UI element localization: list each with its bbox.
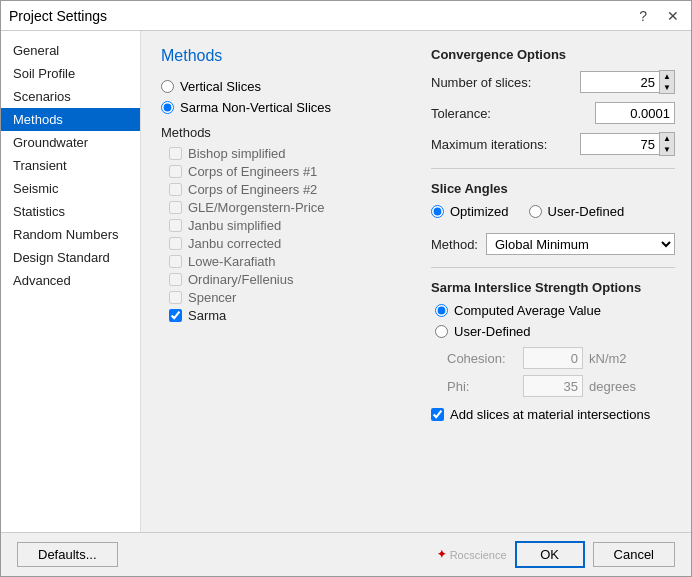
project-settings-dialog: Project Settings ? ✕ General Soil Profil… [0,0,692,577]
watermark-logo: ✦ [437,548,446,561]
iterations-down-btn[interactable]: ▼ [660,144,674,155]
bishop-simplified-checkbox[interactable] [169,147,182,160]
sidebar-item-soil-profile[interactable]: Soil Profile [1,62,140,85]
optimized-label[interactable]: Optimized [431,204,509,219]
vertical-slices-label[interactable]: Vertical Slices [161,79,431,94]
bishop-simplified-label[interactable]: Bishop simplified [169,146,431,161]
gle-label[interactable]: GLE/Morgenstern-Price [169,200,431,215]
lowe-karafiath-label[interactable]: Lowe-Karafiath [169,254,431,269]
slice-angles-radio-row: Optimized User-Defined [431,204,675,225]
ordinary-fellenius-label[interactable]: Ordinary/Fellenius [169,272,431,287]
sidebar-item-statistics[interactable]: Statistics [1,200,140,223]
janbu-simplified-label[interactable]: Janbu simplified [169,218,431,233]
cancel-button[interactable]: Cancel [593,542,675,567]
corps-engineers-2-checkbox[interactable] [169,183,182,196]
lowe-karafiath-text: Lowe-Karafiath [188,254,275,269]
janbu-corrected-text: Janbu corrected [188,236,281,251]
watermark-text: Rocscience [450,549,507,561]
watermark: ✦ Rocscience [437,548,507,561]
spencer-checkbox[interactable] [169,291,182,304]
slices-row: Number of slices: ▲ ▼ [431,70,675,94]
method-label: Method: [431,237,478,252]
janbu-simplified-checkbox[interactable] [169,219,182,232]
gle-text: GLE/Morgenstern-Price [188,200,325,215]
defaults-button[interactable]: Defaults... [17,542,118,567]
sidebar-item-groundwater[interactable]: Groundwater [1,131,140,154]
tolerance-input[interactable] [595,102,675,124]
sarma-user-defined-label[interactable]: User-Defined [435,324,675,339]
sidebar-item-advanced[interactable]: Advanced [1,269,140,292]
optimized-radio[interactable] [431,205,444,218]
corps-engineers-2-text: Corps of Engineers #2 [188,182,317,197]
iterations-label: Maximum iterations: [431,137,580,152]
sidebar-item-methods[interactable]: Methods [1,108,140,131]
sarma-user-defined-text: User-Defined [454,324,531,339]
tolerance-row: Tolerance: [431,102,675,124]
user-defined-angle-label[interactable]: User-Defined [529,204,625,219]
janbu-simplified-text: Janbu simplified [188,218,281,233]
right-panel: Convergence Options Number of slices: ▲ … [431,31,691,532]
sarma-section: Sarma Interslice Strength Options Comput… [431,280,675,397]
corps-engineers-1-checkbox[interactable] [169,165,182,178]
slice-angles-header: Slice Angles [431,181,675,196]
iterations-input[interactable] [580,133,660,155]
method-select[interactable]: Global Minimum Local Minimum [486,233,675,255]
ok-button[interactable]: OK [515,541,585,568]
sidebar-item-transient[interactable]: Transient [1,154,140,177]
sidebar-item-random-numbers[interactable]: Random Numbers [1,223,140,246]
corps-engineers-1-text: Corps of Engineers #1 [188,164,317,179]
sarma-label[interactable]: Sarma [169,308,431,323]
title-bar-controls: ? ✕ [635,9,683,23]
ordinary-fellenius-text: Ordinary/Fellenius [188,272,294,287]
iterations-row: Maximum iterations: ▲ ▼ [431,132,675,156]
phi-unit: degrees [589,379,636,394]
sarma-user-defined-radio[interactable] [435,325,448,338]
slices-down-btn[interactable]: ▼ [660,82,674,93]
close-button[interactable]: ✕ [663,9,683,23]
phi-row: Phi: degrees [447,375,675,397]
content-title: Methods [161,47,431,65]
iterations-up-btn[interactable]: ▲ [660,133,674,144]
sidebar-item-seismic[interactable]: Seismic [1,177,140,200]
lowe-karafiath-checkbox[interactable] [169,255,182,268]
gle-checkbox[interactable] [169,201,182,214]
slices-up-btn[interactable]: ▲ [660,71,674,82]
user-defined-angle-text: User-Defined [548,204,625,219]
sarma-radio-group: Computed Average Value User-Defined [435,303,675,339]
sarma-checkbox[interactable] [169,309,182,322]
cohesion-input[interactable] [523,347,583,369]
sidebar-item-scenarios[interactable]: Scenarios [1,85,140,108]
main-columns: Methods Vertical Slices Sarma Non-Vertic… [141,31,691,532]
help-button[interactable]: ? [635,9,651,23]
vertical-slices-radio[interactable] [161,80,174,93]
iterations-spinner-btns: ▲ ▼ [659,132,675,156]
sarma-slices-radio[interactable] [161,101,174,114]
sidebar-item-design-standard[interactable]: Design Standard [1,246,140,269]
methods-label: Methods [161,125,431,140]
add-slices-checkbox[interactable] [431,408,444,421]
slices-input[interactable] [580,71,660,93]
computed-avg-radio[interactable] [435,304,448,317]
spencer-label[interactable]: Spencer [169,290,431,305]
methods-section: Methods Bishop simplified Corps of Engin… [161,125,431,323]
janbu-corrected-label[interactable]: Janbu corrected [169,236,431,251]
janbu-corrected-checkbox[interactable] [169,237,182,250]
slice-angles-section: Slice Angles Optimized User-Defined Meth… [431,181,675,255]
radio-group-slice-type: Vertical Slices Sarma Non-Vertical Slice… [161,79,431,115]
checkbox-group: Bishop simplified Corps of Engineers #1 … [169,146,431,323]
corps-engineers-1-label[interactable]: Corps of Engineers #1 [169,164,431,179]
computed-avg-label[interactable]: Computed Average Value [435,303,675,318]
iterations-spinner: ▲ ▼ [580,132,675,156]
add-slices-label: Add slices at material intersections [450,407,650,422]
dialog-title: Project Settings [9,8,107,24]
ordinary-fellenius-checkbox[interactable] [169,273,182,286]
tolerance-label: Tolerance: [431,106,595,121]
sidebar-item-general[interactable]: General [1,39,140,62]
user-defined-angle-radio[interactable] [529,205,542,218]
sarma-slices-label[interactable]: Sarma Non-Vertical Slices [161,100,431,115]
footer: Defaults... ✦ Rocscience OK Cancel [1,532,691,576]
corps-engineers-2-label[interactable]: Corps of Engineers #2 [169,182,431,197]
computed-avg-text: Computed Average Value [454,303,601,318]
phi-input[interactable] [523,375,583,397]
sarma-section-header: Sarma Interslice Strength Options [431,280,675,295]
